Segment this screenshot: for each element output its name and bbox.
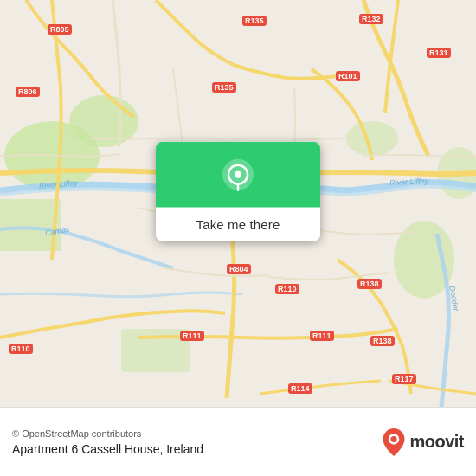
road-label-r806: R806 [16,87,40,97]
popup-header [156,142,320,208]
road-label-r135: R135 [242,16,267,26]
map-container: R805 R135 R132 R806 R135 R101 R131 R804 … [0,0,476,407]
svg-point-7 [346,121,398,156]
footer-text: © OpenStreetMap contributors Apartment 6… [12,428,382,456]
road-label-r111a: R111 [180,331,204,341]
road-label-r138b: R138 [370,336,395,346]
footer: © OpenStreetMap contributors Apartment 6… [0,407,476,476]
svg-point-12 [391,435,397,441]
svg-rect-3 [0,199,61,251]
osm-text: © OpenStreetMap contributors [12,428,141,439]
take-me-there-button[interactable]: Take me there [156,208,320,241]
moovit-brand-text: moovit [409,432,464,452]
road-label-r805: R805 [48,24,72,35]
road-label-r110b: R110 [9,344,33,354]
road-label-r110a: R110 [275,284,299,294]
road-label-r132: R132 [359,14,383,24]
road-label-r114: R114 [288,383,312,394]
road-label-r117: R117 [392,374,416,384]
location-pin-icon [219,158,257,196]
road-label-r138a: R138 [357,279,382,289]
road-label-r111b: R111 [310,331,334,341]
road-label-r135b: R135 [212,82,236,93]
road-label-r131: R131 [427,48,451,58]
road-label-r101: R101 [336,71,360,81]
svg-point-10 [235,171,241,178]
osm-attribution: © OpenStreetMap contributors [12,428,382,439]
popup-card: Take me there [156,142,320,241]
road-label-r804: R804 [227,264,251,274]
moovit-logo: moovit [382,428,464,456]
moovit-pin-icon [382,428,406,456]
location-title: Apartment 6 Cassell House, Ireland [12,442,382,456]
